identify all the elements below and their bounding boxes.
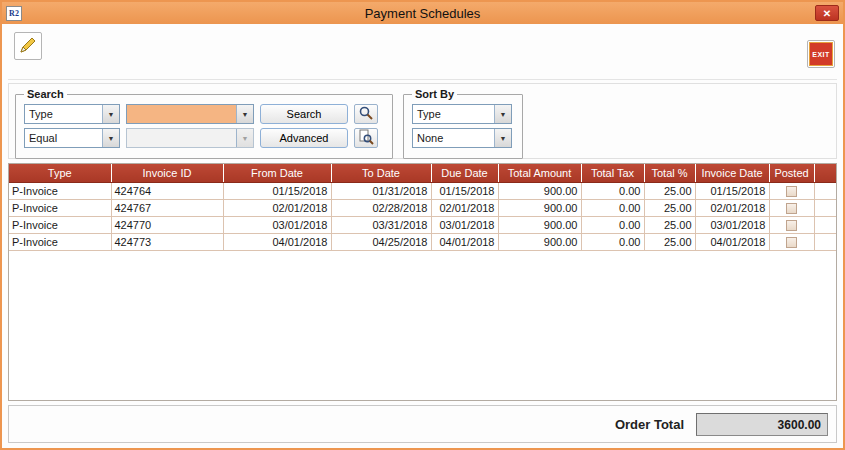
sort-secondary-value: None [413,129,494,147]
payment-schedules-window: R2 Payment Schedules ✕ EXIT [0,0,845,450]
chevron-down-icon[interactable]: ▼ [102,105,119,123]
chevron-down-icon: ▼ [236,129,253,147]
footer-panel: Order Total 3600.00 [8,405,837,443]
cell-filler [814,216,836,233]
search-button[interactable]: Search [260,104,348,124]
cell-posted [769,199,814,216]
cell-type: P-Invoice [9,233,111,250]
column-header-type[interactable]: Type [9,164,111,182]
table-row[interactable]: P-Invoice 424770 03/01/2018 03/31/2018 0… [9,216,836,233]
cell-invoice-date: 01/15/2018 [695,182,769,199]
cell-invoice-id: 424767 [111,199,223,216]
posted-checkbox[interactable] [786,186,797,197]
column-header-total-pct[interactable]: Total % [644,164,695,182]
table-row[interactable]: P-Invoice 424773 04/01/2018 04/25/2018 0… [9,233,836,250]
posted-checkbox[interactable] [786,220,797,231]
cell-invoice-date: 02/01/2018 [695,199,769,216]
order-total-value: 3600.00 [696,413,828,436]
cell-due-date: 03/01/2018 [431,216,498,233]
advanced-search-button[interactable] [354,128,378,148]
column-header-to-date[interactable]: To Date [331,164,431,182]
cell-invoice-id: 424773 [111,233,223,250]
cell-invoice-date: 03/01/2018 [695,216,769,233]
exit-button[interactable]: EXIT [807,40,835,68]
search-group-label: Search [24,88,67,100]
table-row[interactable]: P-Invoice 424767 02/01/2018 02/28/2018 0… [9,199,836,216]
window-content: EXIT Search Type ▼ ▼ Search [2,24,843,448]
cell-filler [814,182,836,199]
cell-posted [769,182,814,199]
payment-schedules-table: Type Invoice ID From Date To Date Due Da… [8,163,837,401]
search-group: Search Type ▼ ▼ Search [15,88,393,159]
sort-primary-combo[interactable]: Type ▼ [412,104,512,124]
sort-secondary-combo[interactable]: None ▼ [412,128,512,148]
search-row-1: Type ▼ ▼ Search [24,104,384,124]
search-magnifier-button[interactable] [354,104,378,124]
column-header-invoice-date[interactable]: Invoice Date [695,164,769,182]
cell-type: P-Invoice [9,216,111,233]
sortby-group-label: Sort By [412,88,457,100]
search-row-2: Equal ▼ ▼ Advanced [24,128,384,148]
edit-button[interactable] [14,32,42,60]
chevron-down-icon[interactable]: ▼ [494,129,511,147]
cell-total-pct: 25.00 [644,233,695,250]
sort-row-2: None ▼ [412,128,514,148]
column-header-total-tax[interactable]: Total Tax [581,164,644,182]
cell-type: P-Invoice [9,199,111,216]
cell-due-date: 04/01/2018 [431,233,498,250]
cell-type: P-Invoice [9,182,111,199]
chevron-down-icon[interactable]: ▼ [236,105,253,123]
cell-due-date: 01/15/2018 [431,182,498,199]
filter-panel: Search Type ▼ ▼ Search [8,83,837,159]
column-header-from-date[interactable]: From Date [223,164,331,182]
posted-checkbox[interactable] [786,237,797,248]
cell-posted [769,216,814,233]
magnifier-icon [358,105,374,123]
cell-from-date: 02/01/2018 [223,199,331,216]
cell-from-date: 01/15/2018 [223,182,331,199]
search-value2-text [127,129,236,147]
column-header-total-amount[interactable]: Total Amount [498,164,581,182]
exit-icon: EXIT [809,42,833,66]
column-header-filler [814,164,836,182]
chevron-down-icon[interactable]: ▼ [102,129,119,147]
column-header-posted[interactable]: Posted [769,164,814,182]
sort-row-1: Type ▼ [412,104,514,124]
posted-checkbox[interactable] [786,203,797,214]
cell-total-tax: 0.00 [581,216,644,233]
cell-from-date: 03/01/2018 [223,216,331,233]
cell-from-date: 04/01/2018 [223,233,331,250]
sort-primary-value: Type [413,105,494,123]
cell-filler [814,233,836,250]
search-operator-value: Equal [25,129,102,147]
window-title: Payment Schedules [2,6,843,21]
chevron-down-icon[interactable]: ▼ [494,105,511,123]
cell-posted [769,233,814,250]
search-value-combo[interactable]: ▼ [126,104,254,124]
order-total-label: Order Total [615,417,684,432]
pencil-icon [18,35,38,57]
cell-total-pct: 25.00 [644,199,695,216]
table-header-row: Type Invoice ID From Date To Date Due Da… [9,164,836,182]
search-value-text [127,105,236,123]
titlebar[interactable]: R2 Payment Schedules ✕ [2,2,843,24]
toolbar: EXIT [8,28,837,80]
table-row[interactable]: P-Invoice 424764 01/15/2018 01/31/2018 0… [9,182,836,199]
cell-total-tax: 0.00 [581,199,644,216]
cell-due-date: 02/01/2018 [431,199,498,216]
search-field-value: Type [25,105,102,123]
cell-to-date: 01/31/2018 [331,182,431,199]
search-field-combo[interactable]: Type ▼ [24,104,120,124]
cell-total-amount: 900.00 [498,216,581,233]
advanced-button[interactable]: Advanced [260,128,348,148]
cell-total-amount: 900.00 [498,199,581,216]
document-magnifier-icon [358,129,374,147]
column-header-invoice-id[interactable]: Invoice ID [111,164,223,182]
cell-total-amount: 900.00 [498,182,581,199]
search-operator-combo[interactable]: Equal ▼ [24,128,120,148]
close-button[interactable]: ✕ [815,5,839,21]
cell-filler [814,199,836,216]
cell-total-amount: 900.00 [498,233,581,250]
cell-to-date: 02/28/2018 [331,199,431,216]
column-header-due-date[interactable]: Due Date [431,164,498,182]
